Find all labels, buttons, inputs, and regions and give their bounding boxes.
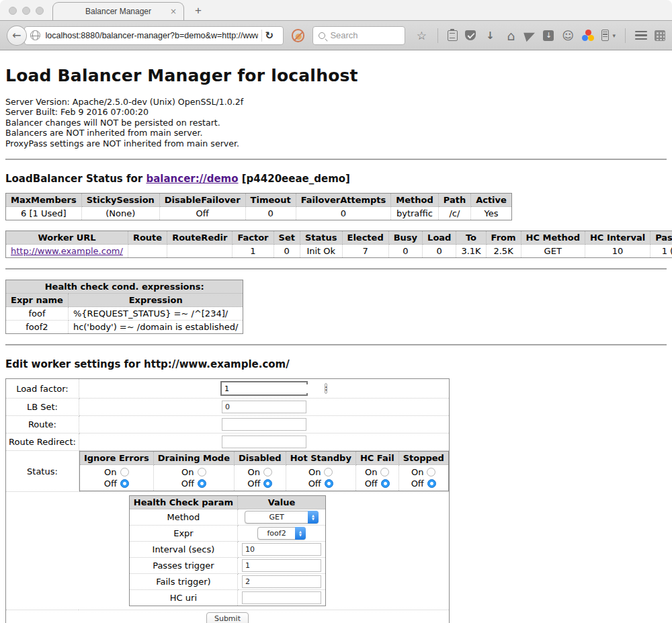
load-factor-field[interactable] bbox=[222, 384, 325, 393]
extension-dots-icon[interactable] bbox=[582, 30, 594, 42]
bookmark-star-icon[interactable]: ☆ bbox=[415, 29, 428, 42]
form-value-cell bbox=[79, 399, 449, 416]
reading-list-icon[interactable] bbox=[448, 30, 458, 41]
radio-input[interactable] bbox=[263, 468, 272, 476]
expr-name-cell: foof bbox=[6, 307, 69, 321]
search-input[interactable]: Search bbox=[312, 26, 405, 45]
radio-input[interactable] bbox=[198, 479, 206, 488]
status-radio-on[interactable]: On bbox=[290, 466, 351, 478]
table-header-row: Ignore ErrorsDraining ModeDisabledHot St… bbox=[79, 452, 448, 465]
passes-value-cell bbox=[238, 558, 326, 574]
route-redirect-field[interactable] bbox=[222, 435, 306, 448]
method-select[interactable]: GET ▲▼ bbox=[245, 511, 319, 524]
balancer-demo-link[interactable]: balancer://demo bbox=[146, 173, 238, 185]
close-window-button[interactable] bbox=[9, 7, 17, 15]
pocket-icon[interactable] bbox=[465, 30, 476, 40]
downloads-icon[interactable]: ↓ bbox=[483, 29, 497, 42]
worker-header-cell: Elected bbox=[342, 231, 388, 245]
grid-extension-icon[interactable] bbox=[655, 30, 665, 41]
radio-input[interactable] bbox=[427, 468, 435, 476]
chevron-down-icon[interactable]: ▾ bbox=[612, 32, 616, 39]
form-value-cell bbox=[79, 433, 449, 451]
status-radio-off[interactable]: Off bbox=[84, 478, 149, 489]
worker-header-cell: HC Interval bbox=[585, 231, 650, 245]
loadbalancer-status-heading: LoadBalancer Status for balancer://demo … bbox=[5, 173, 667, 185]
home-icon[interactable]: ⌂ bbox=[504, 29, 517, 42]
reload-icon[interactable]: ↻ bbox=[265, 30, 274, 42]
tab-close-icon[interactable]: × bbox=[170, 7, 177, 16]
hc-row: Interval (secs) bbox=[129, 542, 325, 558]
radio-input[interactable] bbox=[263, 479, 272, 488]
divider bbox=[5, 268, 667, 269]
status-radio-off[interactable]: Off bbox=[360, 478, 394, 489]
interval-field[interactable] bbox=[242, 543, 321, 556]
radio-input[interactable] bbox=[380, 468, 389, 476]
status-column-header: Hot Standby bbox=[286, 452, 355, 465]
route-field[interactable] bbox=[222, 418, 306, 431]
radio-input[interactable] bbox=[325, 479, 333, 488]
worker-header-cell: Route bbox=[128, 231, 167, 245]
status-radio-on[interactable]: On bbox=[84, 466, 149, 478]
browser-tab[interactable]: Balancer Manager × bbox=[52, 2, 184, 20]
balancer-header-cell: DisableFailover bbox=[159, 194, 245, 207]
divider bbox=[5, 344, 667, 345]
radio-input[interactable] bbox=[427, 479, 436, 488]
status-radio-on[interactable]: On bbox=[239, 466, 282, 478]
status-radio-off[interactable]: Off bbox=[403, 478, 444, 489]
radio-input[interactable] bbox=[120, 468, 129, 476]
lb-set-label: LB Set: bbox=[6, 399, 79, 416]
status-radio-off[interactable]: Off bbox=[158, 478, 230, 489]
status-radio-off[interactable]: Off bbox=[290, 478, 351, 489]
submit-button[interactable]: Submit bbox=[206, 612, 249, 623]
send-tab-icon[interactable] bbox=[524, 29, 538, 41]
url-bar[interactable]: localhost:8880/balancer-manager?b=demo&w… bbox=[24, 26, 284, 45]
save-page-icon[interactable]: ↓ bbox=[543, 30, 554, 41]
menu-icon[interactable] bbox=[635, 31, 647, 40]
edit-worker-heading: Edit worker settings for http://www.exam… bbox=[5, 358, 667, 370]
radio-input[interactable] bbox=[198, 468, 206, 476]
minimize-window-button[interactable] bbox=[22, 7, 30, 15]
search-icon bbox=[319, 32, 325, 39]
passes-field[interactable] bbox=[242, 559, 321, 572]
sidebar-list-icon[interactable] bbox=[601, 30, 609, 41]
fails-label: Fails trigger) bbox=[129, 574, 237, 590]
expr-select[interactable]: foof2 ▲▼ bbox=[257, 527, 306, 540]
balancer-header-cell: Method bbox=[391, 194, 438, 207]
blocked-content-icon[interactable] bbox=[292, 29, 305, 42]
worker-cell: 3.1K bbox=[456, 245, 486, 258]
hc-row: Passes trigger bbox=[129, 558, 325, 574]
number-spinner-icon[interactable]: ▴▾ bbox=[325, 383, 328, 394]
form-value-cell bbox=[79, 416, 449, 433]
load-factor-input[interactable]: ▴▾ bbox=[220, 381, 308, 396]
submit-row: Submit bbox=[6, 610, 450, 623]
info-line: ProxyPass settings are NOT inherited fro… bbox=[5, 138, 667, 149]
worker-cell: GET bbox=[521, 245, 585, 258]
status-radio-cell: OnOff bbox=[153, 465, 234, 491]
status-radio-on[interactable]: On bbox=[403, 466, 444, 478]
page-title: Load Balancer Manager for localhost bbox=[5, 66, 667, 85]
radio-input[interactable] bbox=[120, 479, 129, 488]
back-button[interactable]: ← bbox=[7, 26, 27, 46]
worker-url-link[interactable]: http://www.example.com/ bbox=[11, 246, 123, 256]
new-tab-button[interactable]: + bbox=[195, 4, 202, 17]
status-column-header: Disabled bbox=[234, 452, 286, 465]
worker-cell bbox=[128, 245, 167, 258]
hc-uri-label: HC uri bbox=[129, 590, 237, 606]
status-radio-off[interactable]: Off bbox=[239, 478, 282, 489]
hc-uri-field[interactable] bbox=[242, 591, 321, 604]
balancer-header-cell: Active bbox=[471, 194, 512, 207]
fails-field[interactable] bbox=[242, 575, 321, 588]
worker-cell bbox=[167, 245, 233, 258]
balancer-cell: Off bbox=[159, 207, 245, 220]
radio-input[interactable] bbox=[324, 468, 333, 476]
worker-header-cell: Set bbox=[274, 231, 300, 245]
radio-label: On bbox=[365, 466, 377, 478]
lb-set-field[interactable] bbox=[222, 401, 306, 413]
status-radio-on[interactable]: On bbox=[158, 466, 230, 478]
status-radio-on[interactable]: On bbox=[360, 466, 394, 478]
radio-input[interactable] bbox=[381, 479, 390, 488]
chat-smiley-icon[interactable]: ☺ bbox=[561, 29, 575, 42]
method-value-cell: GET ▲▼ bbox=[238, 509, 326, 526]
url-text[interactable]: localhost:8880/balancer-manager?b=demo&w… bbox=[46, 31, 258, 40]
zoom-window-button[interactable] bbox=[36, 7, 44, 15]
